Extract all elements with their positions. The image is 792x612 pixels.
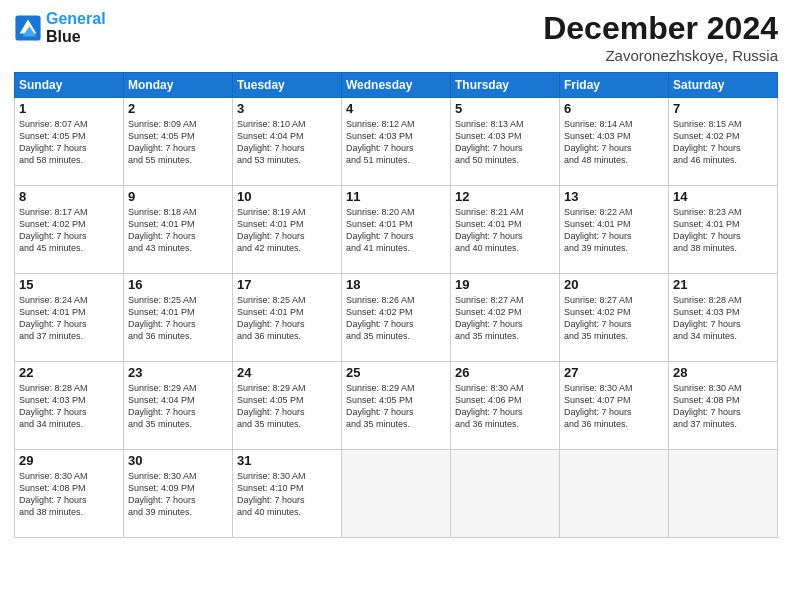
day-info: Sunrise: 8:25 AM Sunset: 4:01 PM Dayligh…	[237, 294, 337, 343]
weekday-header-monday: Monday	[124, 73, 233, 98]
calendar-cell: 31Sunrise: 8:30 AM Sunset: 4:10 PM Dayli…	[233, 450, 342, 538]
day-number: 9	[128, 189, 228, 204]
day-number: 19	[455, 277, 555, 292]
day-number: 17	[237, 277, 337, 292]
calendar-cell: 13Sunrise: 8:22 AM Sunset: 4:01 PM Dayli…	[560, 186, 669, 274]
day-number: 6	[564, 101, 664, 116]
calendar-cell: 8Sunrise: 8:17 AM Sunset: 4:02 PM Daylig…	[15, 186, 124, 274]
weekday-header-sunday: Sunday	[15, 73, 124, 98]
title-block: December 2024 Zavoronezhskoye, Russia	[543, 10, 778, 64]
weekday-header-saturday: Saturday	[669, 73, 778, 98]
calendar-cell: 19Sunrise: 8:27 AM Sunset: 4:02 PM Dayli…	[451, 274, 560, 362]
day-number: 14	[673, 189, 773, 204]
day-number: 2	[128, 101, 228, 116]
calendar-cell: 17Sunrise: 8:25 AM Sunset: 4:01 PM Dayli…	[233, 274, 342, 362]
day-info: Sunrise: 8:30 AM Sunset: 4:06 PM Dayligh…	[455, 382, 555, 431]
day-info: Sunrise: 8:28 AM Sunset: 4:03 PM Dayligh…	[19, 382, 119, 431]
calendar-cell	[342, 450, 451, 538]
week-row-3: 15Sunrise: 8:24 AM Sunset: 4:01 PM Dayli…	[15, 274, 778, 362]
day-number: 28	[673, 365, 773, 380]
calendar-cell	[560, 450, 669, 538]
day-info: Sunrise: 8:23 AM Sunset: 4:01 PM Dayligh…	[673, 206, 773, 255]
day-info: Sunrise: 8:12 AM Sunset: 4:03 PM Dayligh…	[346, 118, 446, 167]
day-info: Sunrise: 8:29 AM Sunset: 4:05 PM Dayligh…	[237, 382, 337, 431]
location: Zavoronezhskoye, Russia	[543, 47, 778, 64]
calendar-cell: 18Sunrise: 8:26 AM Sunset: 4:02 PM Dayli…	[342, 274, 451, 362]
calendar-cell: 5Sunrise: 8:13 AM Sunset: 4:03 PM Daylig…	[451, 98, 560, 186]
day-number: 13	[564, 189, 664, 204]
day-info: Sunrise: 8:20 AM Sunset: 4:01 PM Dayligh…	[346, 206, 446, 255]
day-info: Sunrise: 8:14 AM Sunset: 4:03 PM Dayligh…	[564, 118, 664, 167]
day-info: Sunrise: 8:17 AM Sunset: 4:02 PM Dayligh…	[19, 206, 119, 255]
day-number: 21	[673, 277, 773, 292]
calendar-cell: 28Sunrise: 8:30 AM Sunset: 4:08 PM Dayli…	[669, 362, 778, 450]
week-row-4: 22Sunrise: 8:28 AM Sunset: 4:03 PM Dayli…	[15, 362, 778, 450]
weekday-header-thursday: Thursday	[451, 73, 560, 98]
day-number: 4	[346, 101, 446, 116]
day-number: 11	[346, 189, 446, 204]
day-number: 15	[19, 277, 119, 292]
calendar-cell: 4Sunrise: 8:12 AM Sunset: 4:03 PM Daylig…	[342, 98, 451, 186]
calendar-table: SundayMondayTuesdayWednesdayThursdayFrid…	[14, 72, 778, 538]
day-info: Sunrise: 8:27 AM Sunset: 4:02 PM Dayligh…	[564, 294, 664, 343]
day-info: Sunrise: 8:13 AM Sunset: 4:03 PM Dayligh…	[455, 118, 555, 167]
weekday-header-wednesday: Wednesday	[342, 73, 451, 98]
day-number: 16	[128, 277, 228, 292]
page-container: General Blue December 2024 Zavoronezhsko…	[0, 0, 792, 612]
calendar-cell: 6Sunrise: 8:14 AM Sunset: 4:03 PM Daylig…	[560, 98, 669, 186]
week-row-1: 1Sunrise: 8:07 AM Sunset: 4:05 PM Daylig…	[15, 98, 778, 186]
day-number: 12	[455, 189, 555, 204]
day-info: Sunrise: 8:22 AM Sunset: 4:01 PM Dayligh…	[564, 206, 664, 255]
day-info: Sunrise: 8:25 AM Sunset: 4:01 PM Dayligh…	[128, 294, 228, 343]
day-number: 7	[673, 101, 773, 116]
day-info: Sunrise: 8:29 AM Sunset: 4:04 PM Dayligh…	[128, 382, 228, 431]
day-info: Sunrise: 8:15 AM Sunset: 4:02 PM Dayligh…	[673, 118, 773, 167]
logo-text: General Blue	[46, 10, 106, 47]
calendar-cell: 14Sunrise: 8:23 AM Sunset: 4:01 PM Dayli…	[669, 186, 778, 274]
day-info: Sunrise: 8:28 AM Sunset: 4:03 PM Dayligh…	[673, 294, 773, 343]
day-number: 30	[128, 453, 228, 468]
calendar-cell: 21Sunrise: 8:28 AM Sunset: 4:03 PM Dayli…	[669, 274, 778, 362]
calendar-cell	[451, 450, 560, 538]
day-number: 18	[346, 277, 446, 292]
day-info: Sunrise: 8:30 AM Sunset: 4:08 PM Dayligh…	[19, 470, 119, 519]
calendar-cell: 27Sunrise: 8:30 AM Sunset: 4:07 PM Dayli…	[560, 362, 669, 450]
calendar-cell: 24Sunrise: 8:29 AM Sunset: 4:05 PM Dayli…	[233, 362, 342, 450]
day-number: 8	[19, 189, 119, 204]
calendar-cell: 20Sunrise: 8:27 AM Sunset: 4:02 PM Dayli…	[560, 274, 669, 362]
day-number: 5	[455, 101, 555, 116]
calendar-cell: 26Sunrise: 8:30 AM Sunset: 4:06 PM Dayli…	[451, 362, 560, 450]
day-info: Sunrise: 8:30 AM Sunset: 4:07 PM Dayligh…	[564, 382, 664, 431]
day-info: Sunrise: 8:30 AM Sunset: 4:10 PM Dayligh…	[237, 470, 337, 519]
day-info: Sunrise: 8:07 AM Sunset: 4:05 PM Dayligh…	[19, 118, 119, 167]
calendar-cell: 22Sunrise: 8:28 AM Sunset: 4:03 PM Dayli…	[15, 362, 124, 450]
day-info: Sunrise: 8:09 AM Sunset: 4:05 PM Dayligh…	[128, 118, 228, 167]
calendar-cell: 29Sunrise: 8:30 AM Sunset: 4:08 PM Dayli…	[15, 450, 124, 538]
day-info: Sunrise: 8:27 AM Sunset: 4:02 PM Dayligh…	[455, 294, 555, 343]
day-number: 3	[237, 101, 337, 116]
header: General Blue December 2024 Zavoronezhsko…	[14, 10, 778, 64]
day-info: Sunrise: 8:24 AM Sunset: 4:01 PM Dayligh…	[19, 294, 119, 343]
day-info: Sunrise: 8:30 AM Sunset: 4:08 PM Dayligh…	[673, 382, 773, 431]
logo-icon	[14, 14, 42, 42]
day-info: Sunrise: 8:10 AM Sunset: 4:04 PM Dayligh…	[237, 118, 337, 167]
calendar-cell: 9Sunrise: 8:18 AM Sunset: 4:01 PM Daylig…	[124, 186, 233, 274]
calendar-cell: 12Sunrise: 8:21 AM Sunset: 4:01 PM Dayli…	[451, 186, 560, 274]
calendar-cell: 7Sunrise: 8:15 AM Sunset: 4:02 PM Daylig…	[669, 98, 778, 186]
day-info: Sunrise: 8:19 AM Sunset: 4:01 PM Dayligh…	[237, 206, 337, 255]
weekday-header-friday: Friday	[560, 73, 669, 98]
day-info: Sunrise: 8:21 AM Sunset: 4:01 PM Dayligh…	[455, 206, 555, 255]
calendar-cell: 10Sunrise: 8:19 AM Sunset: 4:01 PM Dayli…	[233, 186, 342, 274]
day-number: 27	[564, 365, 664, 380]
month-title: December 2024	[543, 10, 778, 47]
day-number: 26	[455, 365, 555, 380]
calendar-cell: 23Sunrise: 8:29 AM Sunset: 4:04 PM Dayli…	[124, 362, 233, 450]
day-info: Sunrise: 8:29 AM Sunset: 4:05 PM Dayligh…	[346, 382, 446, 431]
day-number: 22	[19, 365, 119, 380]
calendar-cell: 15Sunrise: 8:24 AM Sunset: 4:01 PM Dayli…	[15, 274, 124, 362]
day-number: 29	[19, 453, 119, 468]
week-row-5: 29Sunrise: 8:30 AM Sunset: 4:08 PM Dayli…	[15, 450, 778, 538]
day-number: 31	[237, 453, 337, 468]
calendar-cell: 30Sunrise: 8:30 AM Sunset: 4:09 PM Dayli…	[124, 450, 233, 538]
day-info: Sunrise: 8:18 AM Sunset: 4:01 PM Dayligh…	[128, 206, 228, 255]
